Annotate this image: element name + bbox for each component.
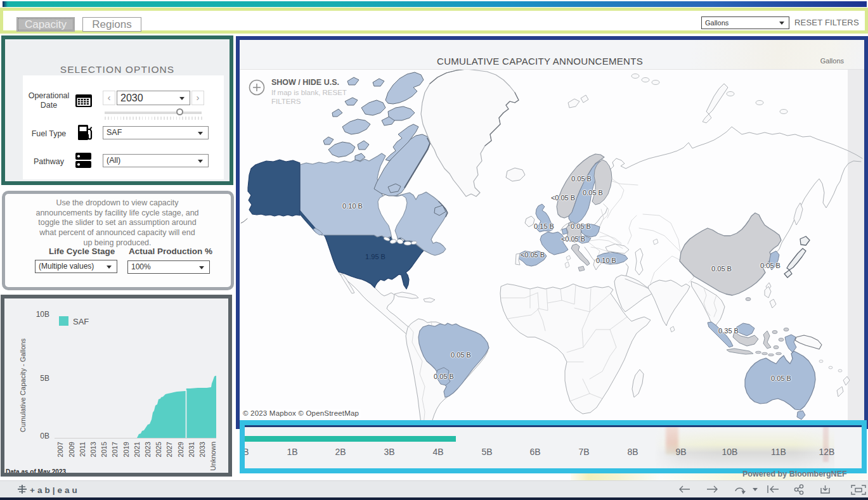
svg-text:2015: 2015	[100, 442, 108, 457]
svg-text:Cumulative Capacity - Gallons: Cumulative Capacity - Gallons	[19, 338, 27, 432]
svg-text:10B: 10B	[36, 310, 49, 319]
svg-text:2033: 2033	[198, 442, 206, 457]
svg-text:2017: 2017	[111, 442, 119, 457]
svg-text:5B: 5B	[40, 374, 49, 383]
svg-text:2029: 2029	[177, 442, 185, 457]
svg-text:2023: 2023	[144, 442, 152, 457]
svg-text:2027: 2027	[165, 442, 173, 457]
svg-text:2013: 2013	[89, 442, 97, 457]
svg-text:2025: 2025	[155, 442, 162, 457]
svg-text:2031: 2031	[188, 442, 195, 457]
svg-text:2007: 2007	[56, 442, 64, 457]
svg-text:2021: 2021	[133, 442, 141, 457]
svg-text:2011: 2011	[79, 442, 86, 457]
svg-text:Unknown: Unknown	[209, 442, 217, 471]
svg-text:0B: 0B	[40, 432, 49, 440]
svg-text:2009: 2009	[68, 442, 75, 457]
svg-text:2019: 2019	[122, 442, 130, 457]
svg-text:+ab|eau: +ab|eau	[30, 485, 80, 495]
svg-text:SAF: SAF	[73, 317, 89, 326]
